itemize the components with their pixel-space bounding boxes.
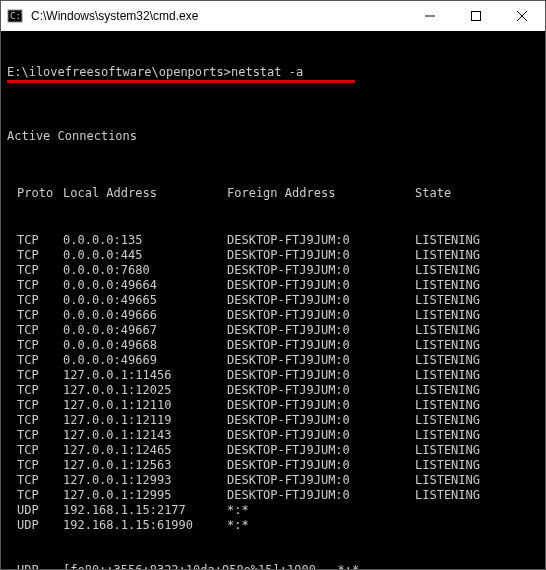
- cell-local: 0.0.0.0:49668: [63, 338, 227, 353]
- cell-proto: UDP: [7, 518, 63, 533]
- terminal-output[interactable]: E:\ilovefreesoftware\openports>netstat -…: [1, 31, 545, 569]
- cell-foreign: DESKTOP-FTJ9JUM:0: [227, 458, 415, 473]
- active-connections-header: Active Connections: [7, 129, 539, 144]
- header-state: State: [415, 186, 451, 201]
- cell-foreign: DESKTOP-FTJ9JUM:0: [227, 353, 415, 368]
- cell-proto: TCP: [7, 353, 63, 368]
- cell-local: 127.0.0.1:12993: [63, 473, 227, 488]
- table-row: TCP0.0.0.0:135DESKTOP-FTJ9JUM:0LISTENING: [7, 233, 539, 248]
- cell-proto: TCP: [7, 428, 63, 443]
- cell-state: LISTENING: [415, 473, 480, 488]
- cell-foreign: DESKTOP-FTJ9JUM:0: [227, 413, 415, 428]
- minimize-button[interactable]: [407, 1, 453, 31]
- cell-local: 192.168.1.15:2177: [63, 503, 227, 518]
- cell-local: 127.0.0.1:12465: [63, 443, 227, 458]
- table-row: TCP0.0.0.0:49666DESKTOP-FTJ9JUM:0LISTENI…: [7, 308, 539, 323]
- cell-proto: TCP: [7, 278, 63, 293]
- cell-local: 0.0.0.0:49664: [63, 278, 227, 293]
- cell-local: 127.0.0.1:11456: [63, 368, 227, 383]
- window-controls: [407, 1, 545, 31]
- cell-local: 0.0.0.0:49667: [63, 323, 227, 338]
- cell-state: LISTENING: [415, 458, 480, 473]
- cell-foreign: DESKTOP-FTJ9JUM:0: [227, 398, 415, 413]
- svg-rect-3: [472, 12, 481, 21]
- table-row: TCP127.0.0.1:12465DESKTOP-FTJ9JUM:0LISTE…: [7, 443, 539, 458]
- cell-foreign: *:*: [227, 503, 415, 518]
- close-button[interactable]: [499, 1, 545, 31]
- cell-foreign: DESKTOP-FTJ9JUM:0: [227, 488, 415, 503]
- cell-proto: TCP: [7, 383, 63, 398]
- cell-state: LISTENING: [415, 428, 480, 443]
- table-row: TCP127.0.0.1:12119DESKTOP-FTJ9JUM:0LISTE…: [7, 413, 539, 428]
- table-row: TCP127.0.0.1:12563DESKTOP-FTJ9JUM:0LISTE…: [7, 458, 539, 473]
- cmd-icon: C:\: [1, 8, 29, 24]
- table-row: TCP127.0.0.1:11456DESKTOP-FTJ9JUM:0LISTE…: [7, 368, 539, 383]
- cell-local: 0.0.0.0:135: [63, 233, 227, 248]
- cell-proto: TCP: [7, 323, 63, 338]
- header-local: Local Address: [63, 186, 227, 201]
- cell-state: LISTENING: [415, 398, 480, 413]
- cell-proto: TCP: [7, 413, 63, 428]
- table-row: UDP192.168.1.15:2177*:*: [7, 503, 539, 518]
- cell-proto: TCP: [7, 488, 63, 503]
- cell-foreign: DESKTOP-FTJ9JUM:0: [227, 383, 415, 398]
- cell-foreign: *:*: [227, 518, 415, 533]
- cell-foreign: DESKTOP-FTJ9JUM:0: [227, 308, 415, 323]
- cell-state: LISTENING: [415, 263, 480, 278]
- cell-foreign: DESKTOP-FTJ9JUM:0: [227, 473, 415, 488]
- cell-proto: TCP: [7, 233, 63, 248]
- cell-foreign: DESKTOP-FTJ9JUM:0: [227, 278, 415, 293]
- cell-foreign: DESKTOP-FTJ9JUM:0: [227, 338, 415, 353]
- table-row: TCP0.0.0.0:49668DESKTOP-FTJ9JUM:0LISTENI…: [7, 338, 539, 353]
- cell-proto: TCP: [7, 248, 63, 263]
- window-title: C:\Windows\system32\cmd.exe: [29, 9, 407, 23]
- cell-proto: TCP: [7, 308, 63, 323]
- cell-state: LISTENING: [415, 383, 480, 398]
- table-row: TCP0.0.0.0:49667DESKTOP-FTJ9JUM:0LISTENI…: [7, 323, 539, 338]
- cell-proto: TCP: [7, 458, 63, 473]
- prompt-path: E:\ilovefreesoftware\openports>: [7, 65, 231, 79]
- cell-state: LISTENING: [415, 338, 480, 353]
- titlebar[interactable]: C:\ C:\Windows\system32\cmd.exe: [1, 1, 545, 31]
- cell-state: LISTENING: [415, 293, 480, 308]
- connection-list-ipv6: UDP[fe80::3556:8322:10da:958e%15]:1900 *…: [7, 563, 539, 569]
- prompt-command: netstat -a: [231, 65, 303, 79]
- header-foreign: Foreign Address: [227, 186, 415, 201]
- cell-state: LISTENING: [415, 323, 480, 338]
- cell-state: LISTENING: [415, 278, 480, 293]
- cell-proto: TCP: [7, 338, 63, 353]
- table-row: TCP127.0.0.1:12110DESKTOP-FTJ9JUM:0LISTE…: [7, 398, 539, 413]
- cell-text: [fe80::3556:8322:10da:958e%15]:1900 *:*: [63, 563, 359, 569]
- table-row: UDP192.168.1.15:61990*:*: [7, 518, 539, 533]
- cell-state: LISTENING: [415, 443, 480, 458]
- table-row: TCP0.0.0.0:49664DESKTOP-FTJ9JUM:0LISTENI…: [7, 278, 539, 293]
- cell-state: LISTENING: [415, 308, 480, 323]
- cell-local: 0.0.0.0:49666: [63, 308, 227, 323]
- cell-proto: UDP: [7, 503, 63, 518]
- cell-local: 0.0.0.0:7680: [63, 263, 227, 278]
- table-row: TCP0.0.0.0:49665DESKTOP-FTJ9JUM:0LISTENI…: [7, 293, 539, 308]
- cell-foreign: DESKTOP-FTJ9JUM:0: [227, 233, 415, 248]
- cell-local: 127.0.0.1:12110: [63, 398, 227, 413]
- maximize-button[interactable]: [453, 1, 499, 31]
- header-proto: Proto: [7, 186, 63, 201]
- cell-foreign: DESKTOP-FTJ9JUM:0: [227, 428, 415, 443]
- cell-foreign: DESKTOP-FTJ9JUM:0: [227, 368, 415, 383]
- cell-local: 127.0.0.1:12143: [63, 428, 227, 443]
- column-headers: ProtoLocal AddressForeign AddressState: [7, 186, 539, 201]
- cell-state: LISTENING: [415, 368, 480, 383]
- table-row: UDP[fe80::3556:8322:10da:958e%15]:1900 *…: [7, 563, 539, 569]
- cell-state: LISTENING: [415, 488, 480, 503]
- connection-list: TCP0.0.0.0:135DESKTOP-FTJ9JUM:0LISTENING…: [7, 233, 539, 533]
- table-row: TCP127.0.0.1:12995DESKTOP-FTJ9JUM:0LISTE…: [7, 488, 539, 503]
- cell-foreign: DESKTOP-FTJ9JUM:0: [227, 263, 415, 278]
- cell-local: 127.0.0.1:12563: [63, 458, 227, 473]
- prompt-line-1: E:\ilovefreesoftware\openports>netstat -…: [7, 65, 539, 83]
- cell-local: 127.0.0.1:12025: [63, 383, 227, 398]
- table-row: TCP127.0.0.1:12025DESKTOP-FTJ9JUM:0LISTE…: [7, 383, 539, 398]
- cell-local: 0.0.0.0:445: [63, 248, 227, 263]
- cell-state: LISTENING: [415, 248, 480, 263]
- table-row: TCP0.0.0.0:7680DESKTOP-FTJ9JUM:0LISTENIN…: [7, 263, 539, 278]
- cell-local: 192.168.1.15:61990: [63, 518, 227, 533]
- cell-foreign: DESKTOP-FTJ9JUM:0: [227, 293, 415, 308]
